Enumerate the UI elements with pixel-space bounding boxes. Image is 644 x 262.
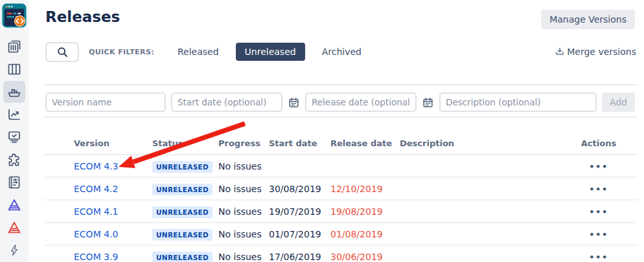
column-header-description: Description xyxy=(400,138,560,148)
column-header-progress: Progress xyxy=(218,138,269,148)
sidebar-item-triangle-red[interactable] xyxy=(3,217,25,239)
sidebar-item-board[interactable] xyxy=(3,58,25,80)
start-date-cell: 30/08/2019 xyxy=(269,184,330,194)
versions-table: Version Status Progress Start date Relea… xyxy=(44,132,638,262)
page-title: Releases xyxy=(45,8,120,25)
deployments-screen-icon xyxy=(6,129,22,145)
version-link[interactable]: ECOM 4.2 xyxy=(74,184,152,194)
version-name-input[interactable] xyxy=(45,93,166,112)
release-date-cell: 12/10/2019 xyxy=(330,184,400,194)
row-actions-menu-button[interactable]: ••• xyxy=(589,184,608,194)
column-header-release-date: Release date xyxy=(330,138,400,148)
filter-released[interactable]: Released xyxy=(170,43,227,61)
app-logo[interactable] xyxy=(2,3,27,28)
sidebar-item-boards-stack[interactable] xyxy=(3,36,25,58)
calendar-icon xyxy=(422,97,433,108)
release-date-cell: 30/06/2019 xyxy=(330,252,400,262)
manage-versions-button[interactable]: Manage Versions xyxy=(541,10,635,29)
search-button[interactable] xyxy=(45,42,79,62)
progress-cell: No issues xyxy=(218,184,269,194)
sidebar xyxy=(0,0,29,262)
status-badge: UNRELEASED xyxy=(152,161,213,173)
column-header-start-date: Start date xyxy=(269,138,330,148)
merge-versions-label: Merge versions xyxy=(567,47,636,57)
table-header-row: Version Status Progress Start date Relea… xyxy=(44,132,638,155)
sidebar-item-releases[interactable] xyxy=(3,81,25,103)
calendar-icon xyxy=(288,97,299,108)
sidebar-item-pages[interactable] xyxy=(3,171,25,193)
release-date-input[interactable] xyxy=(305,93,417,112)
sidebar-item-deployments[interactable] xyxy=(3,126,25,148)
sidebar-item-reports[interactable] xyxy=(3,104,25,126)
release-date-calendar-button[interactable] xyxy=(422,97,434,108)
version-link[interactable]: ECOM 4.0 xyxy=(74,229,152,239)
column-header-actions: Actions xyxy=(560,138,638,148)
start-date-calendar-button[interactable] xyxy=(288,97,300,108)
start-date-input[interactable] xyxy=(171,93,282,112)
release-date-cell: 19/08/2019 xyxy=(330,206,400,217)
start-date-cell: 19/07/2019 xyxy=(269,206,330,217)
filter-archived[interactable]: Archived xyxy=(314,43,369,61)
status-badge: UNRELEASED xyxy=(152,184,213,195)
board-columns-icon xyxy=(6,61,22,77)
app-logo-icon xyxy=(2,3,27,28)
column-header-status: Status xyxy=(152,138,218,148)
row-actions-menu-button[interactable]: ••• xyxy=(589,162,608,171)
table-row: ECOM 4.1 UNRELEASED No issues 19/07/2019… xyxy=(44,201,638,223)
version-link[interactable]: ECOM 3.9 xyxy=(74,252,152,262)
row-actions-menu-button[interactable]: ••• xyxy=(589,230,608,239)
start-date-cell: 01/07/2019 xyxy=(269,229,330,239)
progress-cell: No issues xyxy=(218,206,269,217)
filter-unreleased[interactable]: Unreleased xyxy=(236,43,305,61)
description-input[interactable] xyxy=(439,93,597,112)
triangle-red-app-icon xyxy=(6,220,22,235)
row-actions-menu-button[interactable]: ••• xyxy=(589,207,608,217)
sidebar-item-triangle-blue[interactable] xyxy=(3,194,25,216)
main-content: Releases Manage Versions QUICK FILTERS: … xyxy=(29,0,644,262)
table-row: ECOM 4.0 UNRELEASED No issues 01/07/2019… xyxy=(44,223,638,246)
progress-cell: No issues xyxy=(218,161,269,171)
divider xyxy=(44,84,638,85)
boards-stack-icon xyxy=(6,39,22,54)
automation-lightning-icon xyxy=(7,243,21,257)
table-row: ECOM 4.3 UNRELEASED No issues ••• xyxy=(44,155,638,178)
divider xyxy=(44,116,638,118)
column-header-version: Version xyxy=(74,138,152,148)
table-row: ECOM 4.2 UNRELEASED No issues 30/08/2019… xyxy=(44,178,638,201)
search-icon xyxy=(56,46,69,58)
release-date-cell: 01/08/2019 xyxy=(330,229,400,239)
reports-chart-icon xyxy=(6,107,22,122)
add-version-button[interactable]: Add xyxy=(602,93,635,112)
status-badge: UNRELEASED xyxy=(152,252,213,262)
sidebar-item-addons[interactable] xyxy=(3,149,25,171)
merge-versions-link[interactable]: Merge versions xyxy=(555,47,636,57)
progress-cell: No issues xyxy=(218,229,269,239)
quick-filters-bar: QUICK FILTERS: Released Unreleased Archi… xyxy=(45,41,636,62)
status-badge: UNRELEASED xyxy=(152,206,213,218)
merge-versions-icon xyxy=(555,47,565,57)
start-date-cell: 17/06/2019 xyxy=(269,252,330,262)
quick-filters-label: QUICK FILTERS: xyxy=(89,48,154,56)
version-link[interactable]: ECOM 4.1 xyxy=(74,206,152,217)
addons-puzzle-icon xyxy=(6,152,22,168)
triangle-blue-app-icon xyxy=(6,197,22,213)
status-badge: UNRELEASED xyxy=(152,229,213,241)
pages-form-icon xyxy=(6,175,22,190)
version-link[interactable]: ECOM 4.3 xyxy=(74,161,152,171)
table-row: ECOM 3.9 UNRELEASED No issues 17/06/2019… xyxy=(44,246,638,262)
releases-ship-icon xyxy=(6,84,22,100)
row-actions-menu-button[interactable]: ••• xyxy=(589,252,608,262)
sidebar-item-automation[interactable] xyxy=(3,239,25,261)
add-version-form: Add xyxy=(45,93,635,112)
progress-cell: No issues xyxy=(218,252,269,262)
